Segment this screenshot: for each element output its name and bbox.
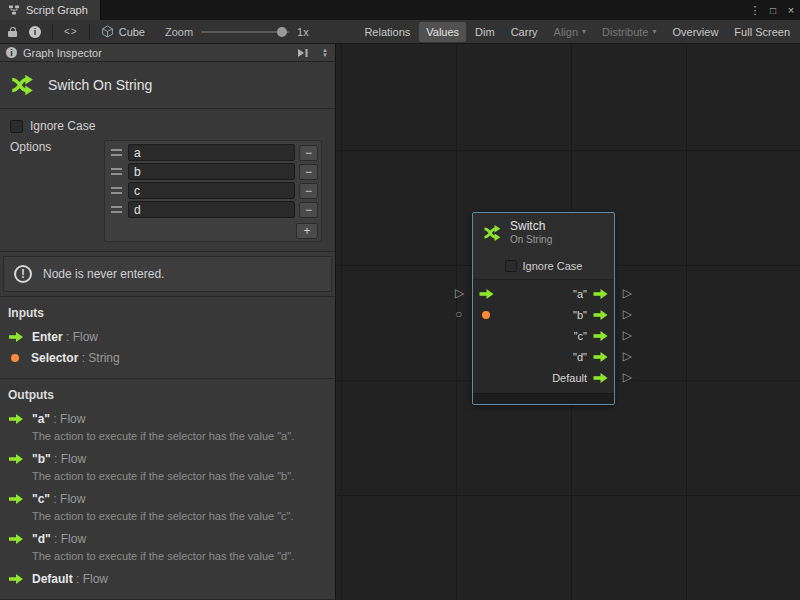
zoom-value[interactable]: 1x: [297, 26, 309, 38]
node-footer: [473, 393, 614, 404]
port-label: Default: [498, 372, 593, 384]
flow-arrow-icon: [593, 352, 608, 362]
option-input[interactable]: [128, 144, 295, 161]
flow-arrow-icon: [8, 414, 24, 424]
port-name: Default: [32, 572, 73, 586]
drag-handle-icon[interactable]: [111, 149, 122, 156]
ignore-case-checkbox[interactable]: [10, 120, 23, 133]
selector-port[interactable]: [479, 311, 498, 319]
close-icon[interactable]: ×: [782, 0, 800, 20]
code-icon[interactable]: <>: [59, 23, 83, 41]
remove-option-button[interactable]: −: [299, 145, 318, 161]
node-header[interactable]: Switch On String: [473, 213, 614, 253]
option-input[interactable]: [128, 182, 295, 199]
flow-output-handle-icon[interactable]: ▷: [623, 350, 632, 362]
switch-on-string-node[interactable]: ▷ ○ ▷ ▷ ▷ ▷ ▷ Switch On String Ignore Ca…: [472, 212, 615, 405]
flow-input-handle-icon[interactable]: ▷: [455, 287, 464, 299]
graph-owner-button[interactable]: Cube: [95, 25, 151, 38]
remove-option-button[interactable]: −: [299, 202, 318, 218]
flow-arrow-icon: [8, 332, 24, 342]
value-port-icon: [482, 311, 490, 319]
zoom-slider-knob[interactable]: [277, 27, 287, 37]
unit-title: Switch On String: [48, 77, 152, 93]
overview-button[interactable]: Overview: [666, 22, 726, 42]
switch-icon: [8, 72, 36, 98]
output-port[interactable]: [593, 285, 608, 303]
output-port[interactable]: [593, 369, 608, 387]
values-button[interactable]: Values: [419, 22, 466, 42]
carry-button[interactable]: Carry: [504, 22, 545, 42]
zoom-label: Zoom: [165, 26, 193, 38]
port-row: Default: [479, 367, 608, 388]
dim-button[interactable]: Dim: [468, 22, 502, 42]
add-option-button[interactable]: +: [296, 223, 318, 239]
maximize-icon[interactable]: □: [764, 0, 782, 20]
ignore-case-row[interactable]: Ignore Case: [10, 119, 335, 133]
port-type: : Flow: [50, 412, 85, 426]
output-row: "d" : Flow: [8, 532, 335, 546]
port-name: Selector: [31, 351, 78, 365]
flow-arrow-icon: [593, 331, 608, 341]
tab-script-graph[interactable]: Script Graph: [0, 0, 101, 20]
port-name: "c": [32, 492, 50, 506]
port-label: "c": [498, 330, 593, 342]
port-type: : Flow: [51, 532, 86, 546]
fullscreen-button[interactable]: Full Screen: [727, 22, 797, 42]
port-type: : Flow: [73, 572, 108, 586]
option-row: −: [108, 201, 318, 218]
node-ignore-case-row[interactable]: Ignore Case: [473, 253, 614, 279]
relations-button[interactable]: Relations: [357, 22, 417, 42]
drag-handle-icon[interactable]: [111, 187, 122, 194]
distribute-button[interactable]: Distribute ▾: [595, 22, 663, 42]
node-ignore-case-checkbox[interactable]: [505, 260, 517, 272]
output-row: "b" : Flow: [8, 452, 335, 466]
cube-icon: [101, 25, 114, 38]
drag-handle-icon[interactable]: [111, 206, 122, 213]
output-row: Default : Flow: [8, 572, 335, 586]
port-row: "a": [479, 283, 608, 304]
align-button[interactable]: Align ▾: [547, 22, 593, 42]
scroll-down-icon[interactable]: ▼: [322, 53, 328, 58]
remove-option-button[interactable]: −: [299, 183, 318, 199]
unit-title-section: Switch On String: [0, 62, 335, 109]
remove-option-button[interactable]: −: [299, 164, 318, 180]
flow-output-handle-icon[interactable]: ▷: [623, 371, 632, 383]
graph-icon: [8, 4, 20, 16]
port-type: : Flow: [50, 492, 85, 506]
warning-text: Node is never entered.: [43, 267, 164, 281]
flow-arrow-icon: [8, 534, 24, 544]
panel-scroll-arrows[interactable]: ▲ ▼: [319, 48, 331, 58]
dock-icon[interactable]: [297, 48, 309, 58]
options-row: Options − − −: [0, 140, 335, 242]
graph-canvas[interactable]: ▷ ○ ▷ ▷ ▷ ▷ ▷ Switch On String Ignore Ca…: [337, 44, 800, 600]
warning-box: ! Node is never entered.: [3, 256, 332, 292]
value-port-icon: [11, 354, 19, 362]
zoom-slider[interactable]: [201, 31, 289, 33]
value-input-handle-icon[interactable]: ○: [455, 308, 462, 320]
flow-output-handle-icon[interactable]: ▷: [623, 329, 632, 341]
output-port[interactable]: [593, 348, 608, 366]
drag-handle-icon[interactable]: [111, 168, 122, 175]
graph-toolbar: i <> Cube Zoom 1x Relations Values Dim C…: [0, 20, 800, 44]
option-input[interactable]: [128, 163, 295, 180]
output-port[interactable]: [593, 306, 608, 324]
option-input[interactable]: [128, 201, 295, 218]
flow-output-handle-icon[interactable]: ▷: [623, 308, 632, 320]
enter-port[interactable]: [479, 289, 498, 299]
flow-arrow-icon: [8, 574, 24, 584]
options-list: − − − −: [104, 140, 322, 242]
toolbar-separator: [52, 24, 53, 40]
node-title: Switch: [510, 220, 552, 233]
lock-icon[interactable]: [3, 23, 22, 41]
flow-arrow-icon: [479, 289, 494, 299]
option-row: −: [108, 163, 318, 180]
switch-icon: [481, 223, 503, 243]
info-toggle-button[interactable]: i: [24, 23, 46, 41]
warning-section: ! Node is never entered.: [0, 252, 335, 297]
port-label: "d": [498, 351, 593, 363]
flow-output-handle-icon[interactable]: ▷: [623, 287, 632, 299]
output-port[interactable]: [593, 327, 608, 345]
outputs-section: Outputs "a" : Flow The action to execute…: [0, 379, 335, 600]
output-row: "a" : Flow: [8, 412, 335, 426]
window-menu-icon[interactable]: ⋮: [746, 0, 764, 20]
